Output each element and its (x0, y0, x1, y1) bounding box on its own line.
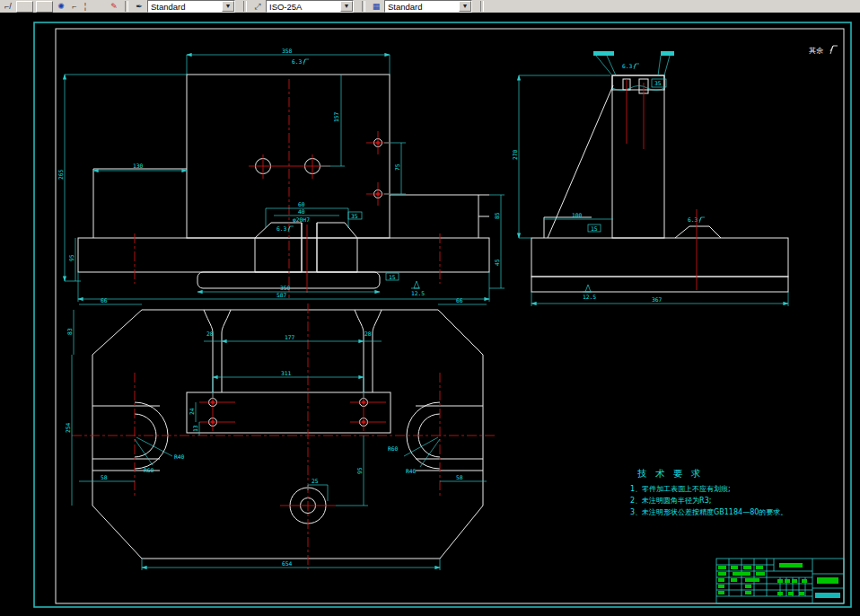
dim-style-value: ISO-25A (267, 2, 340, 12)
dim-label: 350 (280, 285, 291, 291)
dimensions: 270 100 15 367 12.5 (512, 75, 788, 306)
dim-label: 95 (356, 467, 363, 474)
dim-label: 75 (394, 163, 400, 171)
dim-label: 15 (591, 225, 598, 232)
roughness-mark: 6.3 (688, 216, 705, 223)
toolbar-button[interactable] (16, 1, 33, 13)
dim-label: 24 (189, 408, 195, 415)
roughness-mark: 6.3 (276, 225, 294, 232)
dim-style-icon[interactable]: ⤢ (250, 1, 265, 12)
dim-label: R60 (388, 445, 399, 452)
dim-label: 85 (494, 212, 500, 219)
dim-label: 95 (68, 254, 75, 261)
table-style-icon[interactable]: ▦ (369, 1, 383, 12)
dim-label: 60 (298, 201, 305, 207)
dim-label: 15 (389, 274, 396, 280)
dim-label: R60 (144, 467, 154, 473)
title-cell-green-bar (817, 577, 838, 584)
svg-text:12.5: 12.5 (583, 294, 596, 300)
text-style-icon[interactable]: ✒ (132, 1, 146, 12)
dim-label: 45 (494, 259, 500, 266)
dim-label: φ20H7 (293, 216, 310, 224)
chevron-down-icon[interactable]: ▼ (340, 1, 353, 12)
dim-label: 28 (364, 330, 372, 337)
dim-label: 25 (312, 478, 319, 484)
title-block (716, 559, 844, 603)
table-style-combo[interactable]: Standard ▼ (384, 0, 472, 13)
dim-label: 28 (206, 330, 214, 337)
text-style-value: Standard (148, 2, 222, 12)
drawing-frame (56, 29, 844, 603)
dim-label: 157 (333, 111, 339, 122)
roughness-symbol-icon (830, 46, 838, 54)
svg-text:6.3: 6.3 (622, 63, 633, 69)
dim-label: 654 (282, 560, 293, 567)
dim-label: 83 (66, 328, 73, 335)
separator (125, 1, 128, 12)
line-icon[interactable]: ¦ (81, 1, 90, 12)
svg-text:12.5: 12.5 (411, 290, 425, 296)
roughness-mark: 6.3 (292, 58, 309, 65)
svg-text:6.3: 6.3 (276, 225, 287, 232)
chevron-down-icon[interactable]: ▼ (459, 1, 471, 12)
dim-label: 13 (192, 425, 198, 432)
dim-label: 270 (512, 149, 518, 160)
separator (243, 1, 247, 12)
centerlines (72, 304, 496, 569)
tech-req-item: 1、零件加工表面上不应有划痕; (630, 485, 731, 493)
centerlines (135, 79, 440, 298)
dim-label: 130 (133, 163, 144, 169)
dim-label: 311 (281, 370, 292, 376)
dim-label: 177 (285, 334, 295, 340)
dim-label: 58 (456, 474, 463, 480)
dim-label: 66 (101, 297, 108, 304)
chevron-down-icon[interactable]: ▼ (222, 1, 234, 12)
dim-label: 100 (572, 212, 583, 218)
explode-icon[interactable]: ✺ (54, 1, 68, 12)
table-style-value: Standard (385, 2, 459, 12)
tech-req-item: 3、未注明形状公差按精度GB1184—80的要求。 (630, 508, 787, 516)
redraw-icon[interactable]: ✎ (107, 1, 121, 12)
dim-label: 40 (298, 208, 305, 215)
modify-icon[interactable]: ⌐/ (1, 1, 15, 12)
svg-text:6.3: 6.3 (292, 58, 303, 65)
separator (480, 1, 484, 12)
tech-req-item: 2、未注明圆角半径为R3; (630, 497, 711, 505)
dim-label: R40 (406, 468, 417, 474)
dim-label: 265 (57, 169, 64, 180)
plan-view: 66 66 83 254 58 58 177 28 28 311 24 13 2… (65, 297, 496, 570)
dim-label: 358 (282, 48, 293, 54)
styles-toolbar: ⌐/ ✺ ⌐ ¦ ✎ ✒ Standard ▼ ⤢ ISO-25A ▼ ▦ St… (0, 0, 860, 13)
surface-roughness-note: 其余 (809, 46, 838, 55)
column-hatch (612, 75, 664, 238)
drawing-canvas[interactable]: 其余 358 6.3 157 130 265 (0, 13, 860, 616)
dim-label: 587 (276, 292, 287, 298)
dim-label: 58 (101, 474, 108, 480)
roughness-mark: 6.3 (622, 63, 639, 69)
flange-hatch (531, 238, 788, 277)
boss-section-hatch (317, 223, 357, 272)
front-view: 358 6.3 157 130 265 95 75 85 45 60 40 φ2… (57, 48, 505, 302)
tech-req-title: 技 术 要 求 (637, 468, 703, 479)
title-block-entries (718, 563, 840, 598)
dim-label: 66 (456, 297, 463, 304)
company-cell-text-blob (815, 593, 840, 598)
dim-label: 35 (351, 213, 358, 219)
datum-targets (593, 51, 674, 75)
surface-note-text: 其余 (809, 47, 823, 55)
dim-label: 254 (65, 422, 71, 433)
roughness-mark: 12.5 (411, 281, 425, 296)
dim-label: R40 (174, 453, 185, 460)
side-section-view: 35 6.3 6.3 270 100 15 367 12.5 (512, 51, 788, 306)
toolbar-button[interactable] (36, 1, 53, 13)
dim-label: 35 (654, 80, 662, 86)
dim-style-combo[interactable]: ISO-25A ▼ (266, 0, 354, 13)
text-style-combo[interactable]: Standard ▼ (147, 0, 235, 13)
line-icon[interactable]: ⌐ (70, 1, 79, 12)
separator (362, 1, 365, 12)
dim-label: 367 (652, 296, 663, 303)
dimensions: 358 6.3 157 130 265 95 75 85 45 60 40 φ2… (57, 48, 505, 302)
tech-requirements: 技 术 要 求 1、零件加工表面上不应有划痕; 2、未注明圆角半径为R3; 3、… (630, 468, 787, 516)
dimensions: 66 66 83 254 58 58 177 28 28 311 24 13 2… (65, 297, 487, 570)
